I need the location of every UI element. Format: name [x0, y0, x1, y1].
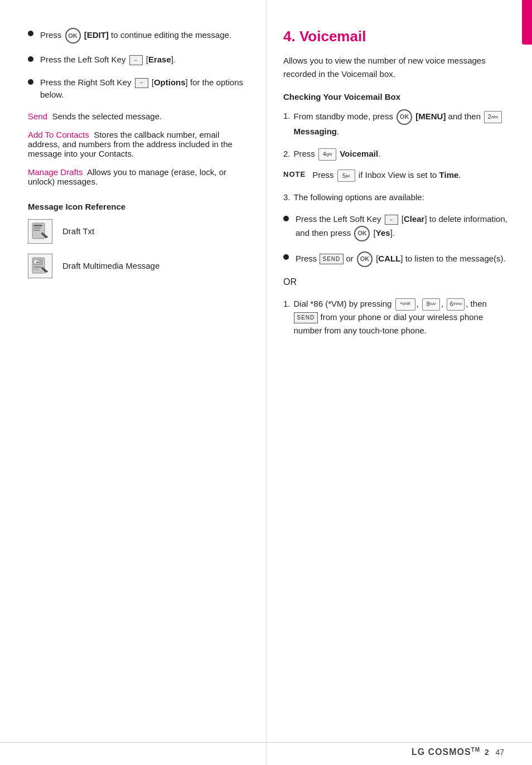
- send-term-label: Send: [28, 112, 47, 121]
- left-column: Press OK [EDIT] to continue editing the …: [0, 0, 266, 765]
- left-soft-key: −: [129, 55, 143, 65]
- draft-txt-row: Draft Txt: [28, 219, 249, 244]
- key-6mno: 6mno: [447, 298, 465, 311]
- ok-key-yes: OK: [354, 226, 370, 241]
- footer-model: 2: [485, 748, 489, 757]
- bullet-dot: [28, 79, 33, 85]
- svg-rect-1: [33, 225, 42, 226]
- svg-rect-11: [33, 267, 41, 268]
- footer: LG COSMOSTM 2 47: [412, 747, 504, 757]
- add-contacts-term-block: Add To Contacts Stores the callback numb…: [28, 130, 249, 158]
- dial-step-num: 1.: [283, 297, 291, 311]
- footer-tm: TM: [471, 747, 480, 753]
- step-2-inner: 2. Press 4ghi Voicemail.: [283, 147, 510, 161]
- draft-multimedia-icon-box: [28, 254, 52, 278]
- add-contacts-term-text: Add To Contacts Stores the callback numb…: [28, 130, 249, 158]
- key-8tuv: 8tuv: [422, 298, 440, 311]
- note-text: Press 5jkl if Inbox View is set to Time.: [312, 170, 461, 182]
- bullet-edit: Press OK [EDIT] to continue editing the …: [28, 28, 249, 43]
- footer-brand: LG COSMOSTM: [412, 747, 480, 757]
- bullet-clear-text: Press the Left Soft Key − [Clear] to del…: [296, 213, 510, 241]
- voicemail-heading: 4. Voicemail: [283, 28, 510, 45]
- step-1: 1. From standby mode, press OK [MENU] an…: [283, 109, 510, 138]
- manage-drafts-term-text: Manage Drafts Allows you to manage (eras…: [28, 167, 249, 186]
- bullet-options-text: Press the Right Soft Key − [Options] for…: [40, 76, 249, 101]
- key-4ghi: 4ghi: [318, 148, 336, 161]
- section-title: Voicemail: [299, 28, 366, 45]
- bullet-clear: Press the Left Soft Key − [Clear] to del…: [283, 213, 510, 241]
- manage-drafts-term-block: Manage Drafts Allows you to manage (eras…: [28, 167, 249, 186]
- bullet-call-text: Press SEND or OK [CALL] to listen to the…: [296, 251, 506, 267]
- right-column: 4. Voicemail Allows you to view the numb…: [266, 0, 532, 765]
- step-1-inner: 1. From standby mode, press OK [MENU] an…: [283, 109, 510, 138]
- left-soft-key-clear: −: [385, 215, 398, 225]
- page: Press OK [EDIT] to continue editing the …: [0, 0, 532, 765]
- key-2abc: 2abc: [484, 111, 502, 123]
- key-5jkl: 5jkl: [337, 170, 355, 182]
- draft-multimedia-icon: [30, 256, 50, 276]
- draft-txt-label: Draft Txt: [62, 226, 94, 236]
- bottom-divider: [0, 742, 532, 743]
- draft-txt-icon-box: [28, 219, 52, 244]
- send-term-text: Send Sends the selected message.: [28, 112, 249, 121]
- checking-voicemail-heading: Checking Your Voicemail Box: [283, 92, 510, 101]
- step-3-text: The following options are available:: [294, 191, 424, 204]
- send-term-block: Send Sends the selected message.: [28, 112, 249, 121]
- ok-key: OK: [65, 28, 81, 43]
- send-key-call: SEND: [320, 254, 344, 264]
- ok-key-call: OK: [357, 251, 373, 267]
- or-divider: OR: [283, 277, 510, 287]
- step-2-num: 2.: [283, 147, 291, 161]
- svg-rect-2: [33, 227, 41, 229]
- bullet-dot: [283, 254, 289, 260]
- dial-step-inner: 1. Dial *86 (*VM) by pressing *shift, 8t…: [283, 297, 510, 337]
- send-key-dial: SEND: [294, 312, 318, 323]
- bullet-dot: [283, 216, 289, 221]
- step-1-text: From standby mode, press OK [MENU] and t…: [294, 109, 510, 138]
- svg-rect-12: [33, 269, 39, 270]
- draft-txt-icon: [30, 221, 50, 241]
- step-1-num: 1.: [283, 109, 291, 123]
- step-3-inner: 3. The following options are available:: [283, 191, 510, 204]
- svg-rect-3: [33, 230, 40, 231]
- section-number: 4.: [283, 28, 296, 45]
- bullet-call: Press SEND or OK [CALL] to listen to the…: [283, 251, 510, 267]
- voicemail-intro: Allows you to view the number of new voi…: [283, 54, 510, 81]
- step-3: 3. The following options are available:: [283, 191, 510, 204]
- bullet-dot: [28, 56, 33, 62]
- manage-drafts-term-label: Manage Drafts: [28, 167, 83, 177]
- svg-point-10: [37, 260, 40, 262]
- right-soft-key: −: [135, 78, 148, 88]
- msg-icon-heading: Message Icon Reference: [28, 202, 249, 211]
- add-contacts-term-label: Add To Contacts: [28, 130, 89, 139]
- note-label: NOTE: [283, 170, 306, 178]
- dial-step-text: Dial *86 (*VM) by pressing *shift, 8tuv,…: [294, 297, 510, 337]
- draft-multimedia-label: Draft Multimedia Message: [62, 261, 159, 270]
- key-star: *shift: [395, 298, 415, 311]
- ok-key-step1: OK: [396, 109, 412, 125]
- step-3-num: 3.: [283, 191, 291, 204]
- msg-icon-section: Message Icon Reference Draft Txt: [28, 202, 249, 278]
- note-box: NOTE Press 5jkl if Inbox View is set to …: [283, 170, 510, 182]
- dial-step: 1. Dial *86 (*VM) by pressing *shift, 8t…: [283, 297, 510, 337]
- step-2-text: Press 4ghi Voicemail.: [294, 147, 381, 161]
- draft-multimedia-row: Draft Multimedia Message: [28, 254, 249, 278]
- bullet-dot: [28, 31, 33, 36]
- bullet-edit-text: Press OK [EDIT] to continue editing the …: [40, 28, 231, 43]
- bullet-options: Press the Right Soft Key − [Options] for…: [28, 76, 249, 101]
- side-tab: [522, 0, 532, 45]
- bullet-erase: Press the Left Soft Key − [Erase].: [28, 54, 249, 66]
- footer-page-num: 47: [495, 748, 504, 757]
- step-2: 2. Press 4ghi Voicemail.: [283, 147, 510, 161]
- bullet-erase-text: Press the Left Soft Key − [Erase].: [40, 54, 176, 66]
